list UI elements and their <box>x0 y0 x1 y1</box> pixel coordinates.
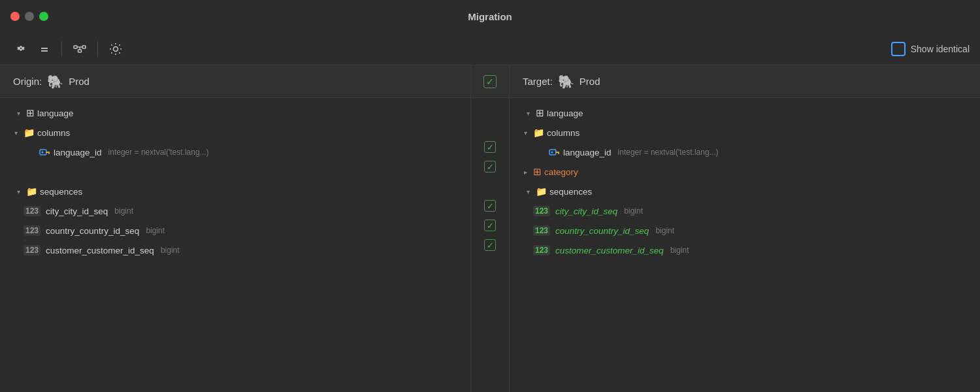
seq-icon-3: 123 <box>24 245 41 255</box>
country-seq-name: country_country_id_seq <box>46 226 139 236</box>
target-customer-seq-name: customer_customer_id_seq <box>555 246 664 255</box>
target-columns-name: columns <box>547 128 580 138</box>
target-sequences-folder-icon: 📁 <box>536 186 547 197</box>
main-content: ▾ ⊞ language ▾ 📁 columns language_id int… <box>0 98 980 392</box>
show-identical-button[interactable]: Show identical <box>891 42 970 56</box>
target-columns-chevron[interactable]: ▾ <box>520 127 531 138</box>
target-category-table[interactable]: ▸ ⊞ category <box>515 162 980 182</box>
customer-seq-checkbox[interactable]: ✓ <box>484 239 496 251</box>
country-seq-type: bigint <box>146 226 165 235</box>
cb-empty-1 <box>471 98 509 118</box>
language-id-name: language_id <box>54 148 102 157</box>
cb-language-id: ✓ <box>471 137 509 157</box>
city-seq-type: bigint <box>114 206 133 216</box>
category-chevron[interactable]: ▸ <box>520 167 531 177</box>
target-sequences-folder[interactable]: ▾ 📁 sequences <box>510 182 980 201</box>
svg-rect-11 <box>48 153 50 154</box>
window-title: Migration <box>468 11 512 22</box>
target-language-table[interactable]: ▾ ⊞ language <box>510 103 980 123</box>
customer-seq-checkmark: ✓ <box>487 241 494 250</box>
folder-icon: 📁 <box>24 127 35 138</box>
target-key-icon <box>549 146 561 158</box>
origin-pg-icon: 🐘 <box>47 74 63 90</box>
origin-customer-seq[interactable]: 123 customer_customer_id_seq bigint <box>5 240 470 260</box>
origin-language-table[interactable]: ▾ ⊞ language <box>0 103 470 123</box>
target-customer-seq[interactable]: 123 customer_customer_id_seq bigint <box>515 240 980 260</box>
target-language-id[interactable]: language_id integer = nextval('test.lang… <box>531 142 980 162</box>
title-bar: Migration <box>0 0 980 33</box>
target-sequences-chevron[interactable]: ▾ <box>523 186 533 197</box>
cb-empty-2 <box>471 118 509 137</box>
maximize-window-button[interactable] <box>39 12 48 21</box>
target-seq-icon-2: 123 <box>533 225 550 236</box>
svg-point-7 <box>114 46 118 51</box>
customer-seq-type: bigint <box>161 246 180 255</box>
origin-country-seq[interactable]: 123 country_country_id_seq bigint <box>5 221 470 240</box>
svg-rect-2 <box>74 46 77 48</box>
show-identical-label: Show identical <box>911 44 970 54</box>
show-identical-checkbox <box>891 42 906 56</box>
target-country-seq-name: country_country_id_seq <box>555 226 649 236</box>
columns-chevron[interactable]: ▾ <box>10 127 21 138</box>
target-folder-icon: 📁 <box>533 127 544 138</box>
target-city-seq-type: bigint <box>624 206 643 216</box>
target-language-id-type: integer = nextval('test.lang...) <box>618 148 719 157</box>
minimize-window-button[interactable] <box>25 12 34 21</box>
category-name: category <box>544 167 578 177</box>
header-row: Origin: 🐘 Prod ✓ Target: 🐘 Prod <box>0 65 980 98</box>
svg-rect-4 <box>78 50 82 52</box>
cb-country-seq: ✓ <box>471 216 509 235</box>
origin-sequences-folder[interactable]: ▾ 📁 sequences <box>0 182 470 201</box>
seq-icon-2: 123 <box>24 225 41 236</box>
target-table-icon: ⊞ <box>536 107 544 119</box>
toolbar-right: Show identical <box>891 42 970 56</box>
svg-rect-10 <box>46 152 50 153</box>
header-select-all-checkbox[interactable]: ✓ <box>483 75 497 88</box>
sequences-name: sequences <box>40 187 82 197</box>
empty-row-checkbox[interactable]: ✓ <box>484 161 496 172</box>
target-seq-icon-1: 123 <box>533 206 550 216</box>
city-seq-checkmark: ✓ <box>487 202 494 210</box>
expand-button[interactable] <box>34 40 55 58</box>
header-target: Target: 🐘 Prod <box>510 74 980 90</box>
toolbar-divider-1 <box>61 41 62 57</box>
header-checkmark: ✓ <box>486 76 494 87</box>
sequences-chevron[interactable]: ▾ <box>13 186 24 197</box>
checkbox-column: ✓ ✓ ✓ ✓ ✓ <box>470 98 510 392</box>
origin-columns-folder[interactable]: ▾ 📁 columns <box>5 123 470 142</box>
country-seq-checkbox[interactable]: ✓ <box>484 220 496 231</box>
close-window-button[interactable] <box>10 12 20 21</box>
origin-pane: ▾ ⊞ language ▾ 📁 columns language_id int… <box>0 98 470 392</box>
target-language-name: language <box>547 108 583 118</box>
origin-db-name: Prod <box>69 76 90 87</box>
language-chevron[interactable]: ▾ <box>13 108 24 118</box>
target-columns-folder[interactable]: ▾ 📁 columns <box>515 123 980 142</box>
origin-label: Origin: <box>13 76 42 87</box>
window-controls <box>10 12 48 21</box>
target-city-seq[interactable]: 123 city_city_id_seq bigint <box>515 201 980 221</box>
header-checkbox-area: ✓ <box>470 65 510 97</box>
category-table-icon: ⊞ <box>533 166 542 178</box>
city-seq-checkbox[interactable]: ✓ <box>484 200 496 212</box>
origin-language-id[interactable]: language_id integer = nextval('test.lang… <box>21 142 470 162</box>
diagram-button[interactable] <box>69 39 91 59</box>
origin-city-seq[interactable]: 123 city_city_id_seq bigint <box>5 201 470 221</box>
svg-rect-15 <box>558 153 559 154</box>
collapse-button[interactable] <box>10 40 31 58</box>
target-country-seq-type: bigint <box>655 226 674 235</box>
target-city-seq-name: city_city_id_seq <box>555 206 617 216</box>
target-pane: ▾ ⊞ language ▾ 📁 columns language_id int… <box>510 98 980 392</box>
toolbar: Show identical <box>0 33 980 65</box>
target-language-id-name: language_id <box>563 148 612 157</box>
customer-seq-name: customer_customer_id_seq <box>46 246 154 255</box>
language-id-type: integer = nextval('test.lang...) <box>108 148 209 157</box>
settings-button[interactable] <box>105 39 127 59</box>
target-db-name: Prod <box>580 76 600 87</box>
toolbar-left <box>10 39 886 59</box>
language-id-checkbox[interactable]: ✓ <box>484 141 496 153</box>
table-icon: ⊞ <box>26 107 35 119</box>
svg-point-13 <box>551 152 553 154</box>
target-country-seq[interactable]: 123 country_country_id_seq bigint <box>515 221 980 240</box>
target-language-chevron[interactable]: ▾ <box>523 108 533 118</box>
toolbar-divider-2 <box>97 41 98 57</box>
